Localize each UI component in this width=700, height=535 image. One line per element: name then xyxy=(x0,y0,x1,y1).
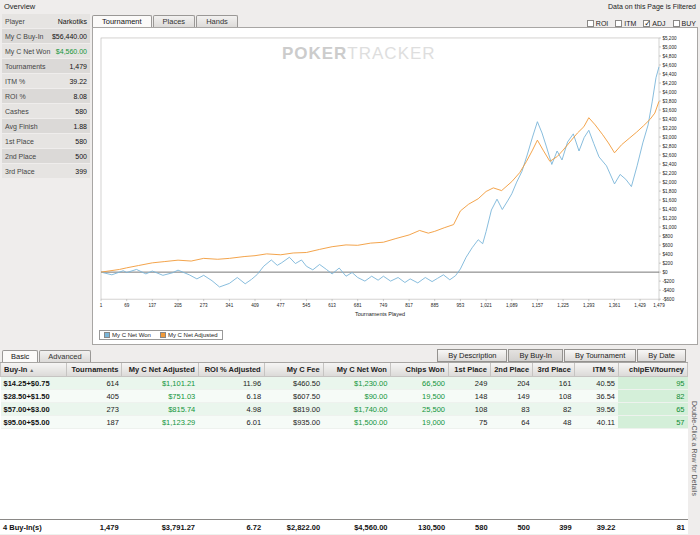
y-tick-label: $3,400 xyxy=(663,117,677,122)
cell-chips-won: 19,500 xyxy=(390,390,448,403)
x-tick-label: 273 xyxy=(200,303,208,308)
sidebar-stat-avg-finish: Avg Finish1.88 xyxy=(2,119,90,133)
legend-item-my-c-net-won: My C Net Won xyxy=(104,332,151,338)
button-by-buy-in[interactable]: By Buy-In xyxy=(508,349,563,362)
sidebar-stat-roi: ROI %8.08 xyxy=(2,89,90,103)
y-tick-label: $1,000 xyxy=(663,225,677,230)
y-tick-label: -$200 xyxy=(663,279,675,284)
y-tick-label: $2,200 xyxy=(663,171,677,176)
total-buy-in: 4 Buy-In(s) xyxy=(0,520,66,535)
col-header-buy-in[interactable]: Buy-In▲ xyxy=(1,363,67,377)
col-header-my-c-net-adjusted[interactable]: My C Net Adjusted xyxy=(122,363,198,377)
x-tick-label: 1 xyxy=(100,303,103,308)
x-tick-label: 1,225 xyxy=(557,303,569,308)
col-header-itm[interactable]: ITM % xyxy=(574,363,618,377)
cell-1st-place: 148 xyxy=(448,390,490,403)
cell-buy-in: $14.25+$0.75 xyxy=(1,377,67,390)
cell-my-c-fee: $819.00 xyxy=(264,403,323,416)
cell-2nd-place: 204 xyxy=(490,377,532,390)
y-tick-label: $4,200 xyxy=(663,81,677,86)
checkbox-buy[interactable] xyxy=(673,20,680,27)
checkbox-roi[interactable] xyxy=(587,20,594,27)
x-tick-label: 137 xyxy=(148,303,156,308)
checkbox-itm[interactable] xyxy=(615,20,622,27)
filter-itm[interactable]: ITM xyxy=(615,20,636,27)
legend-label: My C Net Won xyxy=(112,332,151,338)
total-my-c-fee: $2,822.00 xyxy=(264,520,323,535)
x-tick-label: 953 xyxy=(457,303,465,308)
col-header-my-c-fee[interactable]: My C Fee xyxy=(264,363,323,377)
cell-itm: 40.11 xyxy=(574,416,618,429)
tab-tournament[interactable]: Tournament xyxy=(92,15,152,27)
x-tick-label: 341 xyxy=(226,303,234,308)
buyin-table: Buy-In▲TournamentsMy C Net AdjustedROI %… xyxy=(0,363,688,429)
y-tick-label: $0 xyxy=(663,270,669,275)
cell-1st-place: 249 xyxy=(448,377,490,390)
cell-my-c-fee: $935.00 xyxy=(264,416,323,429)
x-tick-label: 885 xyxy=(431,303,439,308)
x-tick-label: 1,157 xyxy=(532,303,544,308)
cell-buy-in: $95.00+$5.00 xyxy=(1,416,67,429)
y-tick-label: $1,200 xyxy=(663,216,677,221)
stat-value: $4,560.00 xyxy=(56,48,87,55)
x-tick-label: 477 xyxy=(277,303,285,308)
tab-advanced[interactable]: Advanced xyxy=(39,350,90,362)
sidebar-stat-cashes: Cashes580 xyxy=(2,104,90,118)
cell-chipev-tourney: 57 xyxy=(618,416,687,429)
stat-value: 500 xyxy=(75,153,87,160)
table-row[interactable]: $14.25+$0.75614$1,101.2111.96$460.50$1,2… xyxy=(1,377,688,390)
cell-my-c-net-adjusted: $1,101.21 xyxy=(122,377,198,390)
cell-roi-adjusted: 6.18 xyxy=(198,390,264,403)
cell-chipev-tourney: 95 xyxy=(618,377,687,390)
filter-adj[interactable]: ADJ xyxy=(643,20,665,27)
table-row[interactable]: $57.00+$3.00273$815.744.98$819.00$1,740.… xyxy=(1,403,688,416)
cell-1st-place: 108 xyxy=(448,403,490,416)
col-header-label: chipEV/tourney xyxy=(629,365,684,374)
stat-label: My C Net Won xyxy=(5,48,50,55)
col-header-chipev-tourney[interactable]: chipEV/tourney xyxy=(618,363,687,377)
filter-buy[interactable]: BUY xyxy=(673,20,696,27)
tab-places[interactable]: Places xyxy=(153,15,196,27)
stat-value: 580 xyxy=(75,108,87,115)
table-row[interactable]: $95.00+$5.00187$1,123.296.01$935.00$1,50… xyxy=(1,416,688,429)
button-by-description[interactable]: By Description xyxy=(437,349,507,362)
total-tournaments: 1,479 xyxy=(66,520,122,535)
y-tick-label: $600 xyxy=(663,243,674,248)
cell-chips-won: 25,500 xyxy=(390,403,448,416)
cell-buy-in: $57.00+$3.00 xyxy=(1,403,67,416)
legend-label: My C Net Adjusted xyxy=(168,332,218,338)
pokertracker-window: Overview Data on this Page is Filtered P… xyxy=(0,0,700,535)
group-by-buttons: By DescriptionBy Buy-InBy TournamentBy D… xyxy=(436,349,698,362)
sort-asc-icon: ▲ xyxy=(29,367,34,373)
table-header-row: Buy-In▲TournamentsMy C Net AdjustedROI %… xyxy=(1,363,688,377)
x-tick-label: 1,293 xyxy=(583,303,595,308)
col-header-2nd-place[interactable]: 2nd Place xyxy=(490,363,532,377)
col-header-3rd-place[interactable]: 3rd Place xyxy=(533,363,575,377)
totals-table: 4 Buy-In(s)1,479$3,791.276.72$2,822.00$4… xyxy=(0,519,688,535)
checkbox-adj[interactable] xyxy=(643,20,650,27)
total-chips-won: 130,500 xyxy=(391,520,449,535)
cell-3rd-place: 82 xyxy=(533,403,575,416)
col-header-chips-won[interactable]: Chips Won xyxy=(390,363,448,377)
table-row[interactable]: $28.50+$1.50405$751.036.18$607.50$90.001… xyxy=(1,390,688,403)
col-header-my-c-net-won[interactable]: My C Net Won xyxy=(323,363,390,377)
total-2nd-place: 500 xyxy=(491,520,533,535)
filter-roi[interactable]: ROI xyxy=(587,20,608,27)
total-itm: 39.22 xyxy=(575,520,619,535)
button-by-date[interactable]: By Date xyxy=(637,349,686,362)
tab-hands[interactable]: Hands xyxy=(196,15,238,27)
cell-chips-won: 66,500 xyxy=(390,377,448,390)
col-header-roi-adjusted[interactable]: ROI % Adjusted xyxy=(198,363,264,377)
col-header-1st-place[interactable]: 1st Place xyxy=(448,363,490,377)
stat-value: 399 xyxy=(75,168,87,175)
cell-chipev-tourney: 65 xyxy=(618,403,687,416)
cell-my-c-net-won: $1,500.00 xyxy=(323,416,390,429)
button-by-tournament[interactable]: By Tournament xyxy=(564,349,636,362)
bottom-tab-row: BasicAdvanced By DescriptionBy Buy-InBy … xyxy=(0,348,700,362)
cell-tournaments: 273 xyxy=(66,403,122,416)
x-tick-label: 69 xyxy=(124,303,130,308)
x-axis-title: Tournaments Played xyxy=(355,311,405,317)
chart-canvas: $5,200$5,000$4,800$4,600$4,400$4,200$4,0… xyxy=(93,28,697,344)
col-header-tournaments[interactable]: Tournaments xyxy=(66,363,122,377)
tab-basic[interactable]: Basic xyxy=(2,350,38,362)
